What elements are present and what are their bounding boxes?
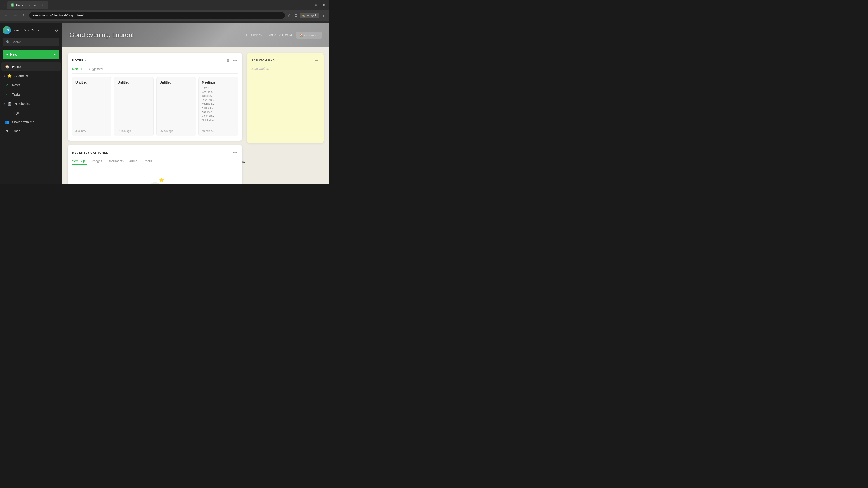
scratch-pad-placeholder: Start writing... (251, 67, 271, 70)
notes-tabs: Recent Suggested (72, 67, 238, 74)
search-placeholder-text: Search (11, 40, 22, 44)
window-controls: — ⧉ ✕ (305, 2, 327, 8)
sidebar-item-shortcuts[interactable]: ▸ ⭐ Shortcuts (1, 71, 61, 80)
tab-close-button[interactable]: ✕ (42, 3, 45, 7)
new-button-label-group: + New (6, 53, 17, 56)
sidebar-item-shared-label: Shared with Me (12, 120, 34, 124)
app-container: LD Lauren Dale Deli ▾ ⚙ 🔍 Search + New ▾… (0, 23, 329, 184)
new-button[interactable]: + New ▾ (3, 50, 59, 59)
address-bar-row: ← → ↻ ☆ ⊡ 🕵 Incognito ⋮ (0, 10, 329, 21)
customize-icon: 🏠 (300, 33, 303, 37)
notes-icon: ✓ (5, 83, 9, 87)
sidebar-top: LD Lauren Dale Deli ▾ ⚙ (0, 23, 62, 36)
notes-add-button[interactable]: ⊞ (225, 57, 230, 64)
captured-more-button[interactable]: ••• (232, 150, 238, 156)
search-icon: 🔍 (6, 40, 10, 44)
notes-title-arrow: › (85, 59, 86, 63)
browser-reload-button[interactable]: ↻ (21, 12, 27, 19)
captured-tabs: Web Clips Images Documents Audio Emails (72, 159, 238, 165)
notes-card-actions: ⊞ ••• (225, 57, 238, 64)
captured-card-title: RECENTLY CAPTURED (72, 151, 108, 154)
home-icon: 🏠 (5, 64, 9, 69)
expand-icon: ▸ (4, 74, 5, 77)
sidebar-item-shortcuts-label: Shortcuts (14, 74, 28, 78)
sidebar-item-home[interactable]: 🏠 Home (1, 62, 61, 71)
date-display: THURSDAY, FEBRUARY 1, 2024 (246, 33, 292, 37)
sidebar-item-notebooks-label: Notebooks (14, 102, 30, 105)
sidebar-item-notes[interactable]: ✓ Notes (1, 80, 61, 90)
tab-documents[interactable]: Documents (107, 159, 124, 165)
search-bar[interactable]: 🔍 Search (3, 38, 59, 46)
maximize-button[interactable]: ⧉ (313, 2, 319, 8)
address-bar-input[interactable] (29, 12, 285, 19)
sidebar-nav: 🏠 Home ▸ ⭐ Shortcuts ✓ Notes ✓ Tasks ▸ 📓… (0, 61, 62, 184)
sidebar-item-trash[interactable]: 🗑 Trash (1, 127, 61, 135)
tab-web-clips[interactable]: Web Clips (72, 159, 87, 165)
scratch-pad-header: SCRATCH PAD ••• (251, 57, 319, 63)
incognito-badge: 🕵 Incognito (300, 13, 319, 18)
note-title-2: Untitled (118, 80, 150, 86)
close-button[interactable]: ✕ (321, 2, 327, 8)
scratch-pad-title: SCRATCH PAD (251, 59, 275, 62)
browser-menu-button[interactable]: ⋮ (321, 12, 327, 19)
address-bar-actions: ☆ ⊡ 🕵 Incognito ⋮ (287, 12, 327, 19)
main-body: NOTES › ⊞ ••• Recent Suggested (62, 47, 329, 184)
split-view-button[interactable]: ⊡ (293, 12, 298, 19)
tab-recent[interactable]: Recent (72, 67, 82, 73)
note-card-1[interactable]: Untitled Just now (72, 77, 112, 136)
customize-button[interactable]: 🏠 Customize (296, 32, 322, 39)
expand-notebooks-icon: ▸ (4, 102, 5, 105)
tab-images[interactable]: Images (92, 159, 102, 165)
notes-more-button[interactable]: ••• (232, 58, 238, 64)
tab-title: Home - Evernote (16, 3, 40, 7)
sidebar: LD Lauren Dale Deli ▾ ⚙ 🔍 Search + New ▾… (0, 23, 62, 184)
tab-bar: ‹ 🐘 Home - Evernote ✕ + — ⧉ ✕ (0, 0, 329, 10)
scratch-pad: SCRATCH PAD ••• Start writing... (247, 53, 324, 143)
sidebar-item-tasks[interactable]: ✓ Tasks (1, 90, 61, 99)
active-tab[interactable]: 🐘 Home - Evernote ✕ (7, 1, 48, 9)
notes-card: NOTES › ⊞ ••• Recent Suggested (68, 53, 242, 140)
note-card-2[interactable]: Untitled 21 min ago (114, 77, 153, 136)
new-tab-button[interactable]: + (49, 2, 55, 8)
tab-suggested[interactable]: Suggested (88, 67, 103, 73)
notes-grid: Untitled Just now Untitled 21 min ago (72, 77, 238, 136)
browser-forward-button[interactable]: → (12, 12, 19, 18)
user-chevron-icon: ▾ (38, 29, 39, 32)
note-title-1: Untitled (75, 80, 108, 86)
minimize-button[interactable]: — (305, 2, 311, 8)
scratch-pad-more-button[interactable]: ••• (313, 57, 319, 63)
incognito-label: Incognito (306, 14, 317, 17)
tab-favicon: 🐘 (11, 3, 14, 7)
note-title-3: Untitled (160, 80, 192, 86)
notes-card-title[interactable]: NOTES › (72, 59, 86, 63)
sidebar-item-tags[interactable]: 🏷 Tags (1, 108, 61, 117)
browser-back-button[interactable]: ← (3, 12, 10, 18)
notes-card-header: NOTES › ⊞ ••• (72, 57, 238, 64)
sidebar-item-notes-label: Notes (12, 84, 21, 87)
tab-audio[interactable]: Audio (129, 159, 137, 165)
note-title-4: Meetings Date & T...Goal To c...tasks At… (202, 80, 235, 122)
scratch-pad-body[interactable]: Start writing... (251, 67, 319, 70)
new-button-chevron-icon: ▾ (54, 53, 56, 56)
sidebar-item-notebooks[interactable]: ▸ 📓 Notebooks (1, 99, 61, 108)
greeting-text: Good evening, Lauren! (69, 31, 134, 39)
tab-emails[interactable]: Emails (143, 159, 152, 165)
sidebar-item-shared[interactable]: 👥 Shared with Me (1, 118, 61, 126)
tab-back-button[interactable]: ‹ (2, 2, 6, 8)
settings-button[interactable]: ⚙ (54, 27, 59, 34)
main-content: Good evening, Lauren! THURSDAY, FEBRUARY… (62, 23, 329, 184)
note-card-3[interactable]: Untitled 36 min ago (156, 77, 196, 136)
sidebar-item-trash-label: Trash (12, 129, 20, 133)
note-card-4[interactable]: Meetings Date & T...Goal To c...tasks At… (198, 77, 238, 136)
tasks-icon: ✓ (5, 92, 9, 96)
note-time-1: Just now (75, 129, 108, 133)
customize-label: Customize (305, 33, 318, 37)
trash-icon: 🗑 (5, 129, 9, 133)
sidebar-item-home-label: Home (12, 65, 21, 68)
captured-card: RECENTLY CAPTURED ••• Web Clips Images D… (68, 145, 242, 184)
new-plus-icon: + (6, 53, 8, 56)
bookmark-button[interactable]: ☆ (287, 12, 292, 19)
shortcuts-icon: ⭐ (7, 74, 12, 78)
user-info[interactable]: LD Lauren Dale Deli ▾ (3, 26, 39, 34)
captured-card-actions: ••• (232, 150, 238, 156)
